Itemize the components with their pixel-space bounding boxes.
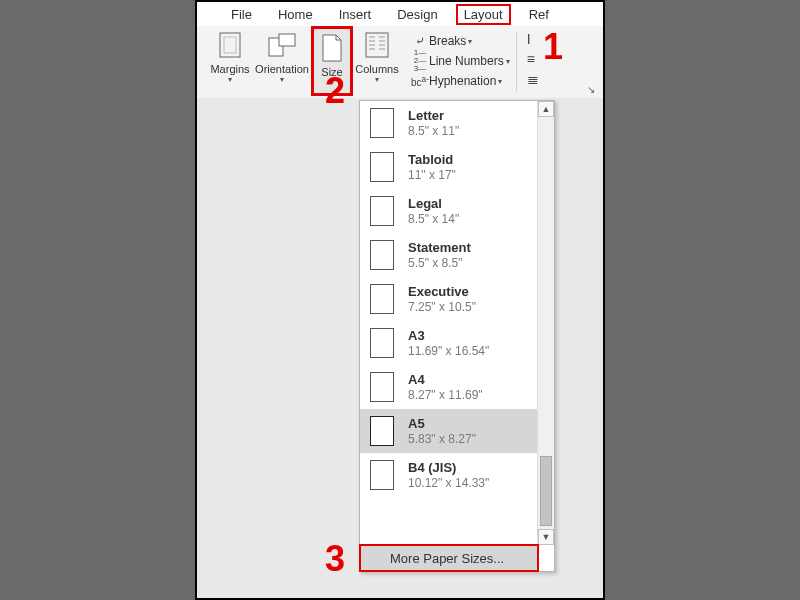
size-option[interactable]: A311.69" x 16.54" (360, 321, 538, 365)
orientation-icon (267, 30, 297, 60)
page-thumb-icon (370, 416, 394, 446)
tab-home[interactable]: Home (270, 4, 321, 25)
size-dim: 7.25" x 10.5" (408, 300, 476, 314)
chevron-down-icon: ▾ (375, 75, 379, 84)
tab-layout[interactable]: Layout (456, 4, 511, 25)
tab-references[interactable]: Ref (521, 4, 557, 25)
margins-label: Margins (210, 63, 249, 75)
breaks-icon: ⤶ (411, 34, 429, 48)
indent-icon[interactable]: I (527, 31, 539, 51)
paragraph-group: I ≡ ≣ (527, 26, 539, 91)
tab-file[interactable]: File (223, 4, 260, 25)
tab-design[interactable]: Design (389, 4, 445, 25)
align-right-icon[interactable]: ≣ (527, 71, 539, 91)
page-thumb-icon (370, 460, 394, 490)
size-button[interactable]: Size ▾ (311, 26, 353, 96)
more-paper-sizes[interactable]: More Paper Sizes... (360, 545, 538, 571)
chevron-down-icon: ▾ (498, 77, 502, 86)
columns-label: Columns (355, 63, 398, 75)
size-option[interactable]: Legal8.5" x 14" (360, 189, 538, 233)
size-dim: 5.5" x 8.5" (408, 256, 471, 270)
svg-rect-3 (279, 34, 295, 46)
size-label: Size (321, 66, 342, 78)
size-option[interactable]: Statement5.5" x 8.5" (360, 233, 538, 277)
size-dim: 10.12" x 14.33" (408, 476, 489, 490)
scrollbar[interactable]: ▲ ▼ (537, 101, 554, 545)
size-name: A3 (408, 328, 489, 343)
size-name: A5 (408, 416, 476, 431)
columns-button[interactable]: Columns ▾ (353, 26, 401, 96)
scroll-thumb[interactable] (540, 456, 552, 526)
size-option[interactable]: Executive7.25" x 10.5" (360, 277, 538, 321)
line-numbers-button[interactable]: 1—2—3— Line Numbers ▾ (411, 51, 510, 71)
size-option[interactable]: A55.83" x 8.27" (360, 409, 538, 453)
chevron-down-icon: ▾ (468, 37, 472, 46)
line-numbers-label: Line Numbers (429, 54, 504, 68)
size-option[interactable]: Tabloid11" x 17" (360, 145, 538, 189)
tab-insert[interactable]: Insert (331, 4, 380, 25)
breaks-label: Breaks (429, 34, 466, 48)
size-dim: 11.69" x 16.54" (408, 344, 489, 358)
app-window: File Home Insert Design Layout Ref Margi… (195, 0, 605, 600)
size-option[interactable]: Letter8.5" x 11" (360, 101, 538, 145)
hyphenation-button[interactable]: bca- Hyphenation ▾ (411, 71, 510, 91)
scroll-down-icon[interactable]: ▼ (538, 529, 554, 545)
chevron-down-icon: ▾ (228, 75, 232, 84)
page-thumb-icon (370, 108, 394, 138)
hyphenation-icon: bca- (411, 74, 429, 88)
orientation-button[interactable]: Orientation ▾ (253, 26, 311, 96)
menu-bar: File Home Insert Design Layout Ref (197, 2, 603, 27)
size-name: Tabloid (408, 152, 456, 167)
size-dim: 8.27" x 11.69" (408, 388, 483, 402)
size-icon (317, 33, 347, 63)
line-numbers-icon: 1—2—3— (411, 49, 429, 73)
size-dim: 11" x 17" (408, 168, 456, 182)
chevron-down-icon: ▾ (280, 75, 284, 84)
page-thumb-icon (370, 372, 394, 402)
align-left-icon[interactable]: ≡ (527, 51, 539, 71)
size-dim: 8.5" x 14" (408, 212, 459, 226)
page-thumb-icon (370, 152, 394, 182)
size-name: B4 (JIS) (408, 460, 489, 475)
size-list: Letter8.5" x 11"Tabloid11" x 17"Legal8.5… (360, 101, 538, 545)
scroll-up-icon[interactable]: ▲ (538, 101, 554, 117)
size-option[interactable]: B4 (JIS)10.12" x 14.33" (360, 453, 538, 497)
chevron-down-icon: ▾ (330, 78, 334, 87)
svg-rect-1 (224, 37, 236, 53)
margins-button[interactable]: Margins ▾ (207, 26, 253, 96)
columns-icon (362, 30, 392, 60)
size-name: Statement (408, 240, 471, 255)
svg-marker-4 (323, 35, 341, 61)
separator (516, 32, 517, 92)
ribbon: Margins ▾ Orientation ▾ Size ▾ Columns ▾ (197, 26, 603, 99)
size-dim: 5.83" x 8.27" (408, 432, 476, 446)
page-thumb-icon (370, 284, 394, 314)
margins-icon (215, 30, 245, 60)
page-thumb-icon (370, 328, 394, 358)
chevron-down-icon: ▾ (506, 57, 510, 66)
orientation-label: Orientation (255, 63, 309, 75)
dialog-launcher-icon[interactable]: ↘ (587, 84, 599, 96)
size-name: Executive (408, 284, 476, 299)
page-thumb-icon (370, 240, 394, 270)
page-setup-group: ⤶ Breaks ▾ 1—2—3— Line Numbers ▾ bca- Hy… (411, 26, 510, 91)
size-dim: 8.5" x 11" (408, 124, 459, 138)
size-dropdown: Letter8.5" x 11"Tabloid11" x 17"Legal8.5… (359, 100, 555, 572)
size-option[interactable]: A48.27" x 11.69" (360, 365, 538, 409)
size-name: Letter (408, 108, 459, 123)
page-thumb-icon (370, 196, 394, 226)
hyphenation-label: Hyphenation (429, 74, 496, 88)
size-name: Legal (408, 196, 459, 211)
size-name: A4 (408, 372, 483, 387)
